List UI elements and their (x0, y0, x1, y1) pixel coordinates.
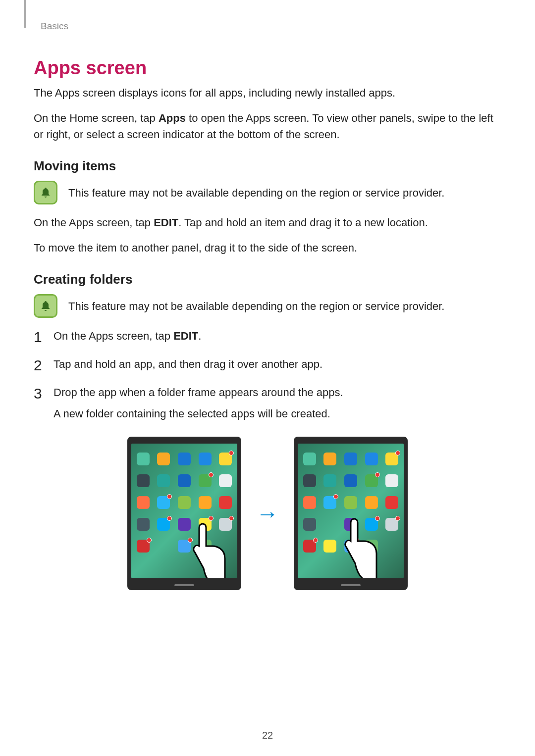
note-row: This feature may not be available depend… (34, 181, 501, 204)
note-text: This feature may not be available depend… (68, 185, 444, 201)
moving-paragraph-1: On the Apps screen, tap EDIT. Tap and ho… (34, 214, 501, 231)
tablet-screen (131, 444, 237, 578)
bold-apps: Apps (159, 112, 186, 124)
tablet-screen (298, 444, 404, 578)
text-fragment: On the Home screen, tap (34, 112, 159, 124)
breadcrumb: Basics (34, 15, 501, 32)
subheading-moving-items: Moving items (34, 158, 501, 174)
intro-paragraph-2: On the Home screen, tap Apps to open the… (34, 110, 501, 143)
text-fragment: On the Apps screen, tap (54, 330, 173, 342)
tablet-illustration-right (294, 437, 408, 590)
text-fragment: Drop the app when a folder frame appears… (54, 386, 343, 399)
text-fragment: A new folder containing the selected app… (54, 405, 501, 422)
step-3: Drop the app when a folder frame appears… (34, 384, 501, 422)
page-number: 22 (0, 730, 535, 741)
note-text: This feature may not be available depend… (68, 298, 444, 314)
bell-icon (34, 181, 57, 204)
text-fragment: On the Apps screen, tap (34, 216, 154, 229)
bold-edit: EDIT (173, 330, 198, 342)
text-fragment: . Tap and hold an item and drag it to a … (178, 216, 428, 229)
text-fragment: . (198, 330, 201, 342)
header-accent-bar (24, 0, 26, 28)
note-row: This feature may not be available depend… (34, 294, 501, 318)
step-2: Tap and hold an app, and then drag it ov… (34, 356, 501, 372)
tablet-illustration-left (127, 437, 241, 590)
subheading-creating-folders: Creating folders (34, 272, 501, 287)
bell-icon (34, 294, 57, 318)
page-title: Apps screen (34, 57, 501, 79)
arrow-right-icon: → (256, 500, 279, 527)
bold-edit: EDIT (154, 216, 178, 229)
step-1: On the Apps screen, tap EDIT. (34, 328, 501, 344)
moving-paragraph-2: To move the item to another panel, drag … (34, 240, 501, 256)
figure-row: → (34, 437, 501, 590)
intro-paragraph-1: The Apps screen displays icons for all a… (34, 85, 501, 101)
steps-list: On the Apps screen, tap EDIT. Tap and ho… (34, 328, 501, 422)
